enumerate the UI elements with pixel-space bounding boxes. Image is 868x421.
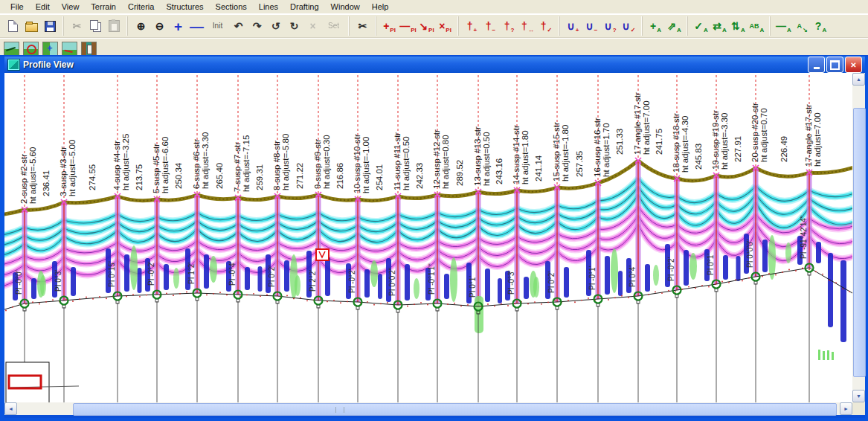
vertical-scroll-thumb[interactable]	[853, 108, 866, 377]
svg-text:251.33: 251.33	[615, 129, 624, 155]
toolbar-group: +PI—PI↘PI×PI	[376, 16, 457, 36]
scroll-right-icon[interactable]: ►	[840, 402, 852, 415]
svg-text:PI 0°3': PI 0°3'	[54, 270, 62, 292]
svg-text:16-susp #16-str: 16-susp #16-str	[593, 118, 602, 177]
toolbar-group: —AA↘?A	[770, 16, 832, 36]
label-arrow-button[interactable]: A↘	[793, 17, 811, 35]
close-button[interactable]: ✕	[845, 57, 862, 73]
label-minus-button[interactable]: —A	[774, 17, 793, 35]
cut-button[interactable]: ✂	[68, 17, 86, 35]
cancel-pi-button[interactable]: ×PI	[436, 17, 454, 35]
set-button[interactable]: Set	[322, 17, 345, 35]
profile-view-titlebar[interactable]: Profile View ✕	[4, 57, 865, 73]
menu-edit[interactable]: Edit	[30, 1, 56, 13]
plus-icon: +	[174, 19, 182, 33]
label-check-button[interactable]: ✓A	[692, 17, 710, 35]
move-pi-button[interactable]: ↘PI	[417, 17, 436, 35]
minimize-button[interactable]	[808, 57, 825, 73]
toolbar-group: ✂	[63, 16, 126, 36]
rotate-ccw-button[interactable]: ↺	[266, 17, 285, 35]
label-updown-button[interactable]: ⇅A	[729, 17, 748, 35]
cut-section-button[interactable]: ✂	[353, 17, 372, 35]
zoom-out-button[interactable]: ⊖	[150, 17, 169, 35]
rotate-right-icon: ↷	[253, 21, 262, 31]
rotate-cw-button[interactable]: ↻	[285, 17, 303, 35]
new-button[interactable]	[4, 17, 22, 35]
svg-text:PI 0°1': PI 0°1'	[469, 276, 477, 298]
svg-text:PI 2°2': PI 2°2'	[309, 270, 317, 292]
rotate-right-button[interactable]: ↷	[248, 17, 266, 35]
svg-text:ht adjust=1.70: ht adjust=1.70	[602, 123, 611, 177]
menu-window[interactable]: Window	[325, 1, 366, 13]
updown-a-icon: ⇅	[731, 21, 740, 31]
label-question-button[interactable]: ?A	[811, 17, 830, 35]
x-pi-icon: ×	[439, 21, 445, 31]
menu-terrain[interactable]: Terrain	[85, 1, 122, 13]
scroll-down-icon[interactable]: ▼	[852, 390, 865, 402]
svg-text:17-angle #17-str: 17-angle #17-str	[804, 104, 813, 167]
label-swap-button[interactable]: ⇄A	[710, 17, 729, 35]
arrow-pi-icon: ↘	[419, 21, 428, 31]
delete-section-button[interactable]: ∪−	[582, 17, 601, 35]
horizontal-scroll-thumb[interactable]	[73, 403, 837, 416]
add-pi-button[interactable]: +PI	[380, 17, 399, 35]
svg-text:216.86: 216.86	[335, 163, 344, 189]
zoom-minus-button[interactable]: —	[187, 17, 206, 35]
svg-text:9-susp #9-str: 9-susp #9-str	[313, 139, 322, 189]
svg-text:ht adjust=0.50: ht adjust=0.50	[482, 132, 491, 186]
svg-text:213.75: 213.75	[135, 164, 144, 190]
move-structure-button[interactable]: †↔	[518, 17, 537, 35]
svg-text:ht adjust=-1.80: ht adjust=-1.80	[561, 125, 570, 181]
svg-text:226.49: 226.49	[779, 136, 788, 162]
menu-file[interactable]: File	[4, 1, 30, 13]
rotate-left-button[interactable]: ↶	[229, 17, 248, 35]
menu-criteria[interactable]: Criteria	[122, 1, 160, 13]
svg-text:PI -0°0': PI -0°0'	[15, 270, 23, 295]
svg-text:241.14: 241.14	[534, 155, 543, 181]
open-button[interactable]	[22, 17, 41, 35]
maximize-button[interactable]	[826, 57, 843, 73]
toolbar-group: ✂	[349, 16, 374, 36]
init-button[interactable]: Init	[206, 17, 229, 35]
svg-text:257.35: 257.35	[575, 151, 584, 177]
structure-info-button[interactable]: †?	[500, 17, 518, 35]
pan-button[interactable]: ×	[303, 17, 322, 35]
paste-button[interactable]	[105, 17, 123, 35]
menu-view[interactable]: View	[56, 1, 86, 13]
svg-text:12-susp #12-str: 12-susp #12-str	[432, 129, 441, 189]
delete-structure-button[interactable]: †−	[481, 17, 500, 35]
check-section-button[interactable]: ∪✓	[620, 17, 638, 35]
scroll-left-icon[interactable]: ◄	[4, 402, 17, 415]
section-info-button[interactable]: ∪?	[601, 17, 620, 35]
profile-view-client: 2-susp #2-strht adjust=-5.60236.41PI -0°…	[4, 73, 865, 415]
copy-button[interactable]	[86, 17, 105, 35]
horizontal-scrollbar[interactable]: ◄ ►	[4, 402, 852, 415]
menu-help[interactable]: Help	[366, 1, 395, 13]
swap-a-icon-sub: A	[722, 26, 727, 34]
label-add-button[interactable]: +A	[646, 17, 665, 35]
save-button[interactable]	[41, 17, 60, 35]
svg-text:250.34: 250.34	[174, 162, 183, 189]
zoom-plus-button[interactable]: +	[169, 17, 187, 35]
svg-text:271.22: 271.22	[295, 163, 304, 189]
menu-structures[interactable]: Structures	[160, 1, 209, 13]
add-section-button[interactable]: ∪+	[564, 17, 582, 35]
delete-pi-button[interactable]: —PI	[399, 17, 417, 35]
menu-lines[interactable]: Lines	[253, 1, 284, 13]
svg-text:PI -0°1': PI -0°1'	[588, 266, 597, 290]
scroll-up-icon[interactable]: ▲	[852, 73, 865, 86]
label-drag-button[interactable]: ⇗A	[665, 17, 684, 35]
vertical-scrollbar[interactable]: ▲ ▼	[852, 73, 865, 402]
profile-canvas[interactable]: 2-susp #2-strht adjust=-5.60236.41PI -0°…	[4, 73, 852, 405]
zoom-in-button[interactable]: ⊕	[132, 17, 150, 35]
abc-a-icon-sub: A	[760, 26, 765, 34]
label-abc-button[interactable]: ABA	[748, 17, 766, 35]
add-structure-button[interactable]: †+	[463, 17, 481, 35]
tower-view-icon	[81, 42, 97, 57]
check-structure-button[interactable]: †✓	[537, 17, 556, 35]
menu-drafting[interactable]: Drafting	[284, 1, 325, 13]
rotate-cw-icon: ↻	[290, 21, 299, 31]
menu-sections[interactable]: Sections	[210, 1, 253, 13]
sag-minus-icon-sub: −	[594, 26, 598, 34]
structure-question-icon: †	[504, 21, 510, 31]
